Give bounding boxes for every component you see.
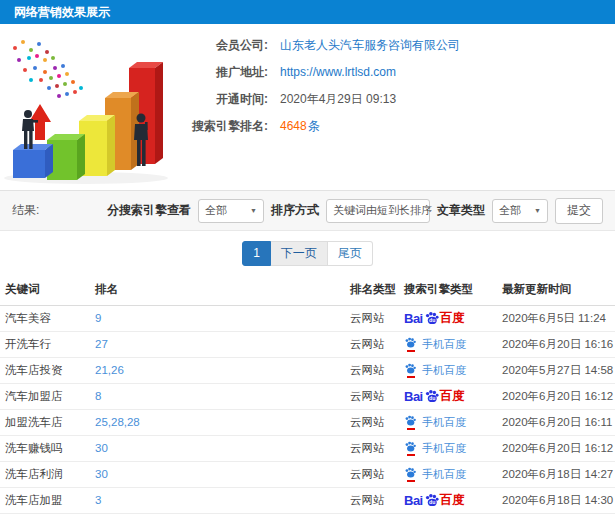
info-row-ranking: 搜索引擎排名: 4648 条 — [172, 117, 460, 135]
updated-cell: 2020年6月20日 16:16 — [497, 331, 615, 357]
updated-cell: 2020年5月27日 14:58 — [497, 357, 615, 383]
table-row: 洗车店投资 21,26 云网站 手机百度 2020年5 — [0, 357, 615, 383]
page-current[interactable]: 1 — [242, 241, 271, 266]
submit-button[interactable]: 提交 — [555, 198, 603, 224]
column-header-keyword: 关键词 — [0, 275, 90, 305]
table-row: 洗车店利润 30 云网站 手机百度 2020年6月18 — [0, 461, 615, 487]
column-header-updated: 最新更新时间 — [497, 275, 615, 305]
rank-type-cell: 云网站 — [345, 461, 399, 487]
caret-down-icon: ▼ — [534, 207, 541, 214]
table-row: 加盟洗车店 25,28,28 云网站 手机百度 202 — [0, 409, 615, 435]
article-type-select-value: 全部 — [499, 203, 521, 218]
info-row-opentime: 开通时间: 2020年4月29日 09:13 — [172, 90, 460, 108]
page-last-button[interactable]: 尾页 — [328, 241, 373, 266]
baidu-logo-chinese-text: 百度 — [440, 312, 465, 325]
baidu-logo: Bai du 百度 — [404, 388, 465, 404]
table-row: 汽车美容 9 云网站 Bai du 百度 2020年6月5日 11:24 — [0, 305, 615, 331]
caret-down-icon: ▼ — [250, 207, 257, 214]
company-link[interactable]: 山东老人头汽车服务咨询有限公司 — [280, 37, 460, 54]
mobile-baidu-underline — [407, 428, 415, 430]
mobile-baidu-label: 手机百度 — [422, 443, 466, 454]
engine-cell: Bai du 百度 — [399, 487, 497, 513]
article-type-label: 文章类型 — [437, 202, 485, 219]
engine-cell: 手机百度 — [399, 331, 497, 357]
baidu-paw-icon: du — [424, 492, 440, 508]
confetti-dots — [13, 40, 83, 98]
header-bar: 网络营销效果展示 — [0, 0, 615, 24]
engine-filter-label: 分搜索引擎查看 — [107, 202, 191, 219]
engine-cell: 手机百度 — [399, 461, 497, 487]
sort-filter-label: 排序方式 — [271, 202, 319, 219]
column-header-rank-type: 排名类型 — [345, 275, 399, 305]
rank-type-cell: 云网站 — [345, 305, 399, 331]
engine-select-value: 全部 — [205, 203, 227, 218]
updated-cell: 2020年6月18日 14:30 — [497, 487, 615, 513]
page-title: 网络营销效果展示 — [14, 5, 110, 19]
rank-cell[interactable]: 25,28,28 — [90, 409, 345, 435]
keyword-cell: 汽车美容 — [0, 305, 90, 331]
updated-cell: 2020年6月5日 11:24 — [497, 305, 615, 331]
mobile-baidu-icon — [404, 440, 417, 456]
column-header-rank: 排名 — [90, 275, 345, 305]
baidu-logo-chinese-text: 百度 — [440, 494, 465, 507]
baidu-paw-icon: du — [424, 310, 440, 326]
rank-cell[interactable]: 30 — [90, 461, 345, 487]
info-row-url: 推广地址: https://www.lrtlsd.com — [172, 63, 460, 81]
baidu-logo-chinese-text: 百度 — [440, 390, 465, 403]
table-header-row: 关键词 排名 排名类型 搜索引擎类型 最新更新时间 — [0, 275, 615, 305]
mobile-baidu-label: 手机百度 — [422, 469, 466, 480]
mobile-baidu-icon — [404, 414, 417, 430]
updated-cell: 2020年6月20日 16:11 — [497, 409, 615, 435]
keyword-cell: 开洗车行 — [0, 331, 90, 357]
results-table: 关键词 排名 排名类型 搜索引擎类型 最新更新时间 汽车美容 9 云网站 Bai — [0, 275, 615, 514]
baidu-logo-du-text: du — [429, 499, 435, 505]
mobile-baidu-label: 手机百度 — [422, 417, 466, 428]
updated-cell: 2020年6月18日 14:27 — [497, 461, 615, 487]
mobile-baidu-label: 手机百度 — [422, 339, 466, 350]
keyword-cell: 洗车店利润 — [0, 461, 90, 487]
rank-cell[interactable]: 8 — [90, 383, 345, 409]
keyword-cell: 洗车店投资 — [0, 357, 90, 383]
baidu-logo-bai-text: Bai — [404, 312, 423, 325]
keyword-cell: 洗车赚钱吗 — [0, 435, 90, 461]
rank-cell[interactable]: 9 — [90, 305, 345, 331]
ranking-count-label: 搜索引擎排名: — [172, 118, 268, 135]
mobile-baidu-underline — [407, 376, 415, 378]
sort-select[interactable]: 关键词由短到长排序 ▼ — [326, 199, 430, 223]
mobile-baidu-icon — [404, 466, 417, 482]
mobile-baidu-underline — [407, 480, 415, 482]
rank-type-cell: 云网站 — [345, 357, 399, 383]
rank-cell[interactable]: 3 — [90, 487, 345, 513]
rank-cell[interactable]: 30 — [90, 435, 345, 461]
bar-chart-graphic — [0, 28, 172, 188]
mobile-baidu: 手机百度 — [404, 362, 466, 378]
engine-cell: Bai du 百度 — [399, 305, 497, 331]
rank-type-cell: 云网站 — [345, 409, 399, 435]
article-type-select[interactable]: 全部 ▼ — [492, 199, 548, 223]
promo-url-link[interactable]: https://www.lrtlsd.com — [280, 65, 396, 79]
results-bar: 结果: 分搜索引擎查看 全部 ▼ 排序方式 关键词由短到长排序 ▼ 文章类型 全… — [0, 190, 615, 231]
open-time-value: 2020年4月29日 09:13 — [280, 91, 396, 108]
rank-type-cell: 云网站 — [345, 435, 399, 461]
rank-cell[interactable]: 21,26 — [90, 357, 345, 383]
mobile-baidu-icon — [404, 336, 417, 352]
table-row: 洗车店加盟 3 云网站 Bai du 百度 2020年6月18日 14:30 — [0, 487, 615, 513]
baidu-paw-icon: du — [424, 388, 440, 404]
baidu-logo: Bai du 百度 — [404, 310, 465, 326]
company-label: 会员公司: — [172, 37, 268, 54]
mobile-baidu: 手机百度 — [404, 336, 466, 352]
mobile-baidu: 手机百度 — [404, 440, 466, 456]
engine-cell: 手机百度 — [399, 357, 497, 383]
engine-cell: 手机百度 — [399, 409, 497, 435]
engine-cell: 手机百度 — [399, 435, 497, 461]
mobile-baidu: 手机百度 — [404, 466, 466, 482]
baidu-logo-du-text: du — [429, 395, 435, 401]
ranking-count-unit: 条 — [308, 118, 320, 135]
page-next-button[interactable]: 下一页 — [271, 241, 328, 266]
engine-select[interactable]: 全部 ▼ — [198, 199, 264, 223]
keyword-cell: 洗车店加盟 — [0, 487, 90, 513]
mobile-baidu-underline — [407, 454, 415, 456]
rank-type-cell: 云网站 — [345, 487, 399, 513]
rank-cell[interactable]: 27 — [90, 331, 345, 357]
filter-group: 分搜索引擎查看 全部 ▼ 排序方式 关键词由短到长排序 ▼ 文章类型 全部 ▼ … — [107, 198, 603, 224]
